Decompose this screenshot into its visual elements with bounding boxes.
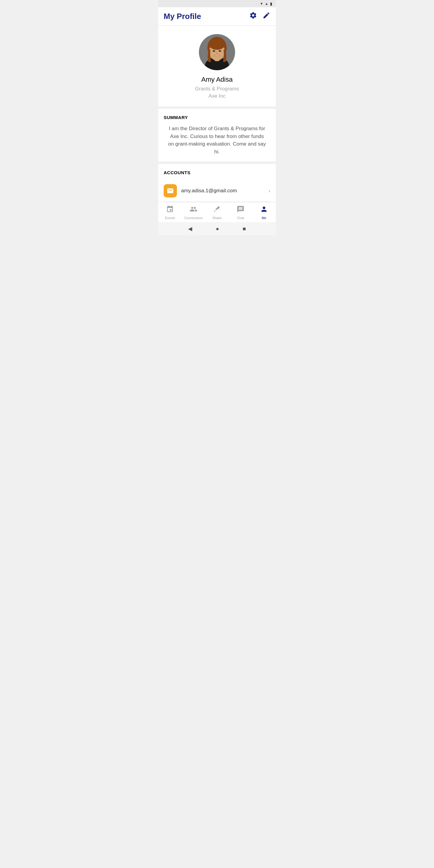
nav-item-chat[interactable]: Chat	[229, 205, 252, 220]
divider-2	[158, 161, 276, 164]
phone-container: My Profile	[158, 0, 276, 236]
me-label: Me	[261, 216, 266, 220]
avatar	[199, 34, 235, 70]
settings-icon[interactable]	[249, 11, 257, 21]
svg-point-10	[210, 53, 215, 56]
header: My Profile	[158, 7, 276, 26]
back-button[interactable]: ◀	[188, 225, 192, 232]
battery-icon	[270, 1, 272, 6]
android-nav: ◀ ● ■	[158, 222, 276, 236]
profile-company: Axe Inc	[209, 93, 226, 99]
chevron-right-icon: ›	[269, 188, 270, 194]
svg-point-9	[220, 50, 221, 51]
svg-point-6	[213, 50, 215, 52]
svg-point-11	[219, 53, 224, 56]
home-button[interactable]: ●	[216, 226, 219, 232]
account-email: amy.adisa.1@gmail.com	[181, 188, 269, 194]
connections-label: Connections	[184, 216, 203, 220]
email-icon-bg	[164, 184, 177, 197]
summary-section: SUMMARY I am the Director of Grants & Pr…	[158, 109, 276, 161]
me-icon	[260, 205, 268, 215]
chat-label: Chat	[237, 216, 244, 220]
svg-point-5	[209, 38, 225, 50]
connections-icon	[190, 205, 197, 215]
events-label: Events	[165, 216, 175, 220]
summary-title: SUMMARY	[164, 115, 270, 120]
shake-icon	[213, 205, 221, 215]
summary-text: I am the Director of Grants & Programs f…	[164, 125, 270, 156]
bottom-nav: Events Connections Shake	[158, 202, 276, 222]
page-title: My Profile	[164, 12, 201, 21]
recent-button[interactable]: ■	[243, 226, 246, 232]
events-icon	[166, 205, 174, 215]
nav-item-events[interactable]: Events	[158, 205, 182, 220]
accounts-title: ACCOUNTS	[164, 170, 270, 175]
wifi-icon	[260, 1, 263, 6]
nav-item-connections[interactable]: Connections	[182, 205, 205, 220]
svg-point-8	[214, 50, 215, 51]
shake-label: Shake	[212, 216, 221, 220]
edit-icon[interactable]	[262, 11, 270, 21]
profile-section: Amy Adisa Grants & Programs Axe Inc	[158, 26, 276, 106]
status-bar	[158, 0, 276, 7]
profile-name: Amy Adisa	[201, 76, 233, 84]
signal-icon	[265, 1, 268, 6]
nav-item-shake[interactable]: Shake	[205, 205, 229, 220]
chat-icon	[237, 205, 244, 215]
divider-1	[158, 106, 276, 109]
account-item[interactable]: amy.adisa.1@gmail.com ›	[164, 180, 270, 202]
accounts-section: ACCOUNTS amy.adisa.1@gmail.com ›	[158, 164, 276, 202]
nav-item-me[interactable]: Me	[252, 205, 276, 220]
profile-role: Grants & Programs	[195, 86, 239, 92]
header-actions	[249, 11, 270, 21]
svg-point-7	[219, 50, 221, 52]
